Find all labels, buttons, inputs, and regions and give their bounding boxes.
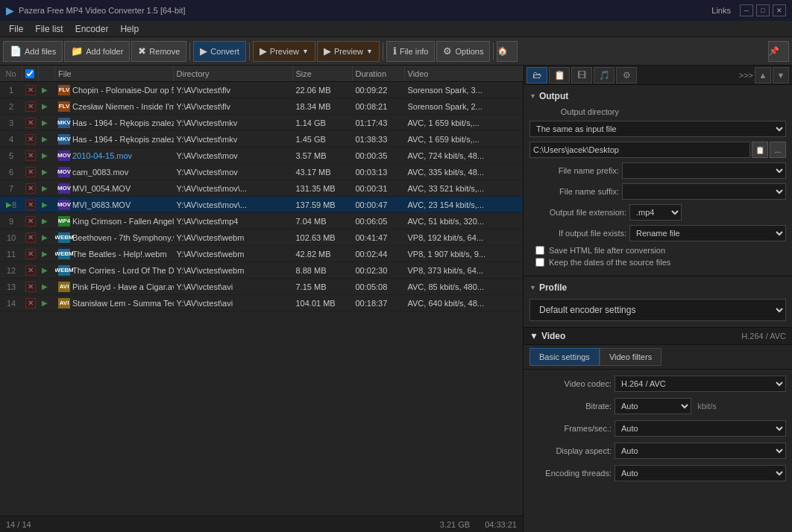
row-remove-button[interactable]: ✕ xyxy=(25,85,36,95)
window-controls: ─ □ ✕ xyxy=(740,4,786,16)
table-row[interactable]: 9 ✕ ▶ MP4King Crimson - Fallen Angel.mp4… xyxy=(0,213,523,229)
table-body: 1 ✕ ▶ FLVChopin - Polonaise-Dur op 53 'H… xyxy=(0,82,523,516)
row-remove-button[interactable]: ✕ xyxy=(25,183,36,194)
row-play-button[interactable]: ▶ xyxy=(42,184,48,192)
row-play-button[interactable]: ▶ xyxy=(42,118,48,127)
row-remove-button[interactable]: ✕ xyxy=(25,265,36,276)
table-row[interactable]: ▶ 8 ✕ ▶ MOVMVI_0683.MOV Y:\AV\vctest\mov… xyxy=(0,197,523,213)
remove-button[interactable]: ✖ Remove xyxy=(131,41,186,62)
table-row[interactable]: 10 ✕ ▶ WEBMBeethoven - 7th Symphony.webm… xyxy=(0,229,523,246)
bitrate-select[interactable]: Auto xyxy=(615,398,691,414)
aspect-select[interactable]: Auto xyxy=(615,443,786,459)
options-button[interactable]: ⚙ Options xyxy=(436,41,490,62)
home-button[interactable]: 🏠 xyxy=(497,41,518,62)
menu-help[interactable]: Help xyxy=(114,22,145,36)
table-row[interactable]: 4 ✕ ▶ MKVHas - 1964 - Rękopis znaleziony… xyxy=(0,131,523,148)
profile-select[interactable]: Default encoder settings xyxy=(529,299,786,321)
panel-tab-settings[interactable]: ⚙ xyxy=(616,67,637,83)
save-html-row: Save HTML file after conversion xyxy=(529,246,786,255)
row-remove-button[interactable]: ✕ xyxy=(25,249,36,259)
table-row[interactable]: 1 ✕ ▶ FLVChopin - Polonaise-Dur op 53 'H… xyxy=(0,82,523,98)
same-as-input-select[interactable]: The same as input file xyxy=(529,121,786,137)
open-dir-button[interactable]: ... xyxy=(770,142,786,158)
row-remove-button[interactable]: ✕ xyxy=(25,200,36,210)
keep-dates-checkbox[interactable] xyxy=(535,258,544,267)
row-remove-button[interactable]: ✕ xyxy=(25,118,36,128)
panel-tab-output[interactable]: 🗁 xyxy=(527,67,547,83)
file-type-icon: AVI xyxy=(58,298,70,308)
minimize-button[interactable]: ─ xyxy=(740,4,753,16)
row-remove-button[interactable]: ✕ xyxy=(25,101,36,112)
row-play-button[interactable]: ▶ xyxy=(42,266,48,274)
panel-tab-video[interactable]: 🎞 xyxy=(571,67,592,83)
row-play-button[interactable]: ▶ xyxy=(42,135,48,143)
toolbar-separator-1 xyxy=(189,42,190,60)
preview1-dropdown-icon: ▼ xyxy=(302,48,309,55)
table-row[interactable]: 2 ✕ ▶ FLVCzesław Niemen - Inside I'm Dyi… xyxy=(0,98,523,115)
add-files-button[interactable]: 📄 Add files xyxy=(3,41,63,62)
profile-section: Profile Default encoder settings xyxy=(524,276,792,328)
preview2-button[interactable]: ▶ Preview ▼ xyxy=(317,41,380,62)
row-remove-button[interactable]: ✕ xyxy=(25,134,36,145)
row-play-button[interactable]: ▶ xyxy=(42,217,48,225)
table-row[interactable]: 14 ✕ ▶ AVIStanisław Lem - Summa Technolo… xyxy=(0,295,523,311)
codec-select[interactable]: H.264 / AVC xyxy=(615,376,786,392)
pin-button[interactable]: 📌 xyxy=(768,41,789,62)
table-row[interactable]: 6 ✕ ▶ MOVcam_0083.mov Y:\AV\vctest\mov 4… xyxy=(0,164,523,180)
table-row[interactable]: 11 ✕ ▶ WEBMThe Beatles - Help!.webm Y:\A… xyxy=(0,246,523,262)
tab-video-filters[interactable]: Video filters xyxy=(600,348,661,366)
output-section: Output Output directory The same as inpu… xyxy=(524,85,792,276)
table-row[interactable]: 5 ✕ ▶ MOV2010-04-15.mov Y:\AV\vctest\mov… xyxy=(0,148,523,164)
framerate-select[interactable]: Auto xyxy=(615,420,786,437)
output-ext-select[interactable]: .mp4 xyxy=(629,204,682,221)
save-html-checkbox[interactable] xyxy=(535,246,544,255)
row-play-button[interactable]: ▶ xyxy=(42,200,48,209)
row-play-button[interactable]: ▶ xyxy=(42,299,48,307)
row-play-button[interactable]: ▶ xyxy=(42,282,48,291)
file-name-suffix-select[interactable] xyxy=(622,183,786,200)
file-type-icon: MP4 xyxy=(58,216,70,227)
file-info-button[interactable]: ℹ File info xyxy=(386,41,436,62)
row-remove-button[interactable]: ✕ xyxy=(25,298,36,308)
menubar: File File list Encoder Help xyxy=(0,21,792,37)
row-play-button[interactable]: ▶ xyxy=(42,102,48,110)
menu-filelist[interactable]: File list xyxy=(29,22,69,36)
row-remove-button[interactable]: ✕ xyxy=(25,216,36,227)
threads-select[interactable]: Auto xyxy=(615,465,786,481)
table-row[interactable]: 12 ✕ ▶ WEBMThe Corries - Lord Of The Dan… xyxy=(0,262,523,279)
row-play-button[interactable]: ▶ xyxy=(42,86,48,94)
menu-encoder[interactable]: Encoder xyxy=(69,22,115,36)
browse-button[interactable]: 📋 xyxy=(752,142,768,158)
table-row[interactable]: 3 ✕ ▶ MKVHas - 1964 - Rękopis znaleziony… xyxy=(0,115,523,131)
row-remove-button[interactable]: ✕ xyxy=(25,167,36,177)
table-row[interactable]: 7 ✕ ▶ MOVMVI_0054.MOV Y:\AV\vctest\mov\.… xyxy=(0,180,523,197)
maximize-button[interactable]: □ xyxy=(756,4,770,16)
row-play-button[interactable]: ▶ xyxy=(42,250,48,258)
menu-file[interactable]: File xyxy=(3,22,29,36)
row-remove-button[interactable]: ✕ xyxy=(25,151,36,161)
convert-button[interactable]: ▶ Convert xyxy=(193,41,246,62)
codec-label: Video codec: xyxy=(529,379,612,388)
select-all-checkbox[interactable] xyxy=(25,69,34,78)
links-button[interactable]: Links xyxy=(711,6,731,15)
table-row[interactable]: 13 ✕ ▶ AVIPink Floyd - Have a Cigar.avi … xyxy=(0,279,523,295)
panel-tab-audio[interactable]: 🎵 xyxy=(594,67,615,83)
desktop-path-input[interactable] xyxy=(529,142,750,158)
panel-tab-list[interactable]: 📋 xyxy=(549,67,570,83)
add-folder-button[interactable]: 📁 Add folder xyxy=(64,41,130,62)
panel-nav-up[interactable]: ▲ xyxy=(755,67,771,83)
panel-nav-down[interactable]: ▼ xyxy=(773,67,789,83)
total-duration: 04:33:21 xyxy=(485,520,517,529)
row-play-button[interactable]: ▶ xyxy=(42,168,48,176)
row-remove-button[interactable]: ✕ xyxy=(25,282,36,292)
row-play-button[interactable]: ▶ xyxy=(42,151,48,159)
file-name-prefix-select[interactable] xyxy=(622,162,786,179)
close-button[interactable]: ✕ xyxy=(773,4,786,16)
file-name-prefix-label: File name prefix: xyxy=(529,166,619,175)
tab-basic-settings[interactable]: Basic settings xyxy=(529,348,600,366)
preview1-button[interactable]: ▶ Preview ▼ xyxy=(253,41,315,62)
if-output-select[interactable]: Rename file xyxy=(629,225,786,241)
panel-nav: >>> ▲ ▼ xyxy=(739,67,789,83)
row-remove-button[interactable]: ✕ xyxy=(25,232,36,243)
row-play-button[interactable]: ▶ xyxy=(42,233,48,241)
